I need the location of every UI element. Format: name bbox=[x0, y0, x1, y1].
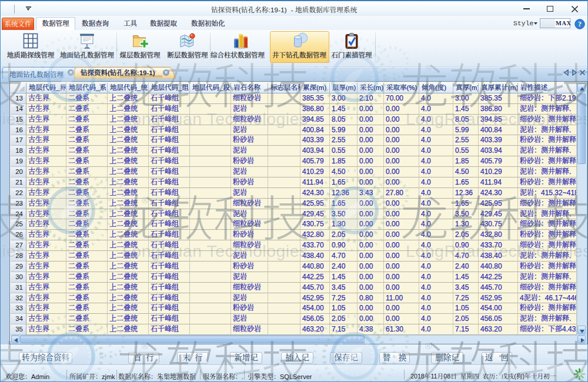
svg-text:?: ? bbox=[578, 20, 582, 28]
